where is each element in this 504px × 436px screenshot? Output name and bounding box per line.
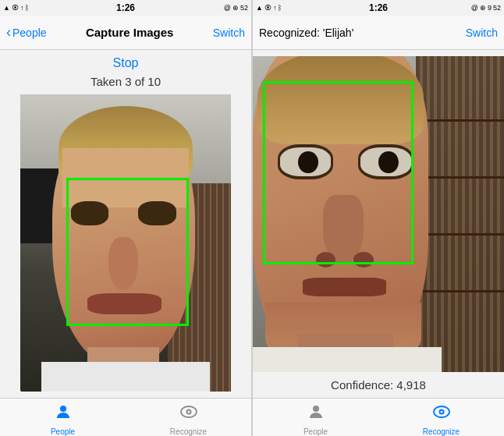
right-status-bar: ▲ ⦿ ↑ ᛒ 1:26 @ ⊕ 9 52	[253, 0, 504, 16]
right-panel: ▲ ⦿ ↑ ᛒ 1:26 @ ⊕ 9 52 Recognized: 'Elija…	[253, 0, 504, 436]
right-camera-view	[253, 56, 504, 372]
right-tab-people-label: People	[303, 427, 328, 436]
left-nav-title: Capture Images	[86, 26, 174, 39]
right-switch-button[interactable]: Switch	[466, 27, 498, 39]
right-arrow-icon: ↑	[273, 4, 277, 12]
right-bt-icon: ᛒ	[278, 4, 282, 12]
left-switch-button[interactable]: Switch	[213, 27, 245, 39]
right-people-icon	[307, 402, 325, 426]
confidence-label: Confidence: 4,918	[331, 378, 426, 392]
back-chevron-icon: ‹	[6, 24, 11, 41]
recognize-icon	[179, 402, 198, 426]
right-tab-people[interactable]: People	[253, 399, 378, 436]
signal-bars-icon: ▲	[3, 4, 10, 12]
left-tab-people-label: People	[51, 427, 75, 436]
right-battery-label: 52	[493, 4, 501, 12]
right-recognize-icon	[432, 402, 451, 426]
svg-point-4	[313, 406, 319, 412]
back-button[interactable]: ‹ People	[6, 24, 47, 41]
left-camera-view	[20, 94, 231, 392]
bluetooth-icon: ᛒ	[25, 4, 29, 12]
battery-label: 52	[240, 4, 248, 12]
right-notification-icon: @	[471, 4, 478, 12]
right-tab-recognize[interactable]: Recognize	[378, 399, 504, 436]
right-signal-icon: ▲	[256, 4, 263, 12]
notification-icon: @	[224, 4, 231, 12]
right-time: 1:26	[369, 2, 388, 13]
right-location-icon: ⊕	[480, 4, 486, 12]
left-status-bar: ▲ ⦿ ↑ ᛒ 1:26 @ ⊕ 52	[0, 0, 251, 16]
svg-point-3	[187, 410, 190, 413]
left-tab-recognize[interactable]: Recognize	[126, 399, 251, 436]
svg-point-0	[60, 406, 66, 412]
people-icon	[54, 402, 73, 426]
svg-point-7	[440, 410, 442, 413]
location-icon: ⊕	[232, 4, 239, 12]
left-time: 1:26	[116, 2, 135, 13]
left-tab-bar: People Recognize	[0, 398, 251, 436]
wifi-icon: ⦿	[12, 4, 19, 12]
right-tab-bar: People Recognize	[253, 398, 504, 436]
stop-button[interactable]: Stop	[113, 56, 139, 70]
taken-label: Taken 3 of 10	[91, 75, 161, 88]
recognized-label: Recognized: 'Elijah'	[259, 27, 353, 39]
left-tab-people[interactable]: People	[0, 399, 126, 436]
left-panel: ▲ ⦿ ↑ ᛒ 1:26 @ ⊕ 52 ‹ People Capture Ima…	[0, 0, 251, 436]
left-detection-box	[66, 178, 189, 327]
back-label[interactable]: People	[12, 27, 47, 39]
left-content: Stop Taken 3 of 10	[0, 50, 251, 398]
right-tab-recognize-label: Recognize	[423, 427, 460, 436]
arrow-icon: ↑	[20, 4, 24, 12]
right-content: Confidence: 4,918	[253, 50, 504, 398]
right-nav-bar: Recognized: 'Elijah' Switch	[253, 16, 504, 50]
right-9-icon: 9	[488, 4, 492, 12]
right-detection-box	[263, 81, 413, 264]
right-wifi-icon: ⦿	[264, 4, 272, 12]
left-nav-bar: ‹ People Capture Images Switch	[0, 16, 251, 50]
left-tab-recognize-label: Recognize	[170, 427, 207, 436]
